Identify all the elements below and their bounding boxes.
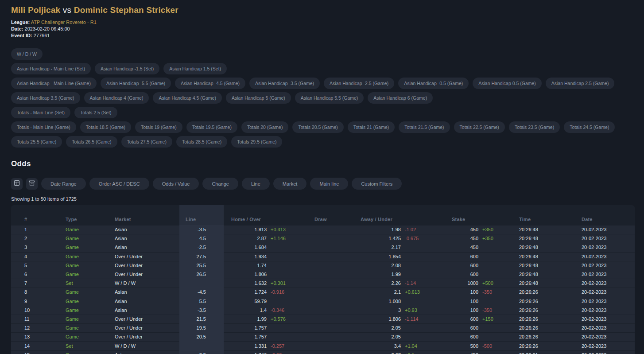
home-over-odds-change: -0.257 xyxy=(271,343,284,349)
home-over-odds: 1.632+0.301 xyxy=(224,279,312,288)
odds-table-row[interactable]: 9GameAsian-5.559.791.00810020:26:2620-02… xyxy=(11,297,635,306)
market-pill[interactable]: Totals 21.5 (Game) xyxy=(399,121,450,133)
stake-value: 450 xyxy=(450,227,478,232)
row-market: Asian xyxy=(115,306,179,315)
market-pill[interactable]: Asian Handicap - Main Line (Set) xyxy=(11,63,91,74)
market-pill[interactable]: Totals 24.5 (Game) xyxy=(564,121,615,133)
market-pill[interactable]: Asian Handicap 1.5 (Set) xyxy=(163,63,227,74)
toolbar-button-custom-filters[interactable]: Custom Filters xyxy=(352,178,402,190)
stake-value: 100 xyxy=(450,289,478,295)
odds-table-row[interactable]: 15GameAsian-3.51.746-0.082.07+0.145020:2… xyxy=(11,350,635,354)
draw-odds xyxy=(312,350,357,354)
toolbar-button-order-asc-desc[interactable]: Order ASC / DESC xyxy=(89,178,149,190)
row-number: 1 xyxy=(11,225,66,234)
market-pill[interactable]: Totals 21 (Game) xyxy=(348,121,395,133)
odds-table-row[interactable]: 12GameOver / Under19.51.7572.0560020:26:… xyxy=(11,323,635,332)
stake-change: -500 xyxy=(482,343,492,349)
odds-table-row[interactable]: 2GameAsian-4.52.87+1.1461.425-0.675450+3… xyxy=(11,234,635,243)
stake-value: 600 xyxy=(450,254,478,259)
toolbar-button-line[interactable]: Line xyxy=(242,178,270,190)
market-pill[interactable]: Asian Handicap 4.5 (Game) xyxy=(153,92,222,104)
market-pill[interactable]: Asian Handicap 0.5 (Game) xyxy=(473,78,542,89)
market-pill[interactable]: Totals 22.5 (Game) xyxy=(454,121,505,133)
market-pill[interactable]: Totals 2.5 (Set) xyxy=(74,107,117,118)
stake-change: +350 xyxy=(482,227,493,232)
odds-table-row[interactable]: 4GameOver / Under27.51.9341.85460020:26:… xyxy=(11,252,635,261)
market-pill[interactable]: W / D / W xyxy=(11,48,43,60)
row-time: 20:26:48 xyxy=(516,243,580,252)
row-time: 20:26:48 xyxy=(516,279,580,288)
odds-table-row[interactable]: 5GameOver / Under25.51.742.0860020:26:48… xyxy=(11,261,635,270)
market-pill[interactable]: Totals 19.5 (Game) xyxy=(186,121,237,133)
market-pill[interactable]: Asian Handicap -4.5 (Game) xyxy=(175,78,245,89)
market-pill[interactable]: Totals - Main Line (Game) xyxy=(11,121,76,133)
stake: 100-350 xyxy=(450,306,516,315)
home-over-odds: 2.87+1.146 xyxy=(224,234,312,243)
market-pill[interactable]: Totals 28.5 (Game) xyxy=(176,136,227,148)
row-date: 20-02-2023 xyxy=(580,332,635,341)
market-pill[interactable]: Totals 20.5 (Game) xyxy=(292,121,343,133)
market-pill[interactable]: Totals 25.5 (Game) xyxy=(11,136,62,148)
odds-table-row[interactable]: 1GameAsian-3.51.813+0.4131.98-1.02450+35… xyxy=(11,225,635,234)
market-pill[interactable]: Totals 20 (Game) xyxy=(241,121,289,133)
market-pill[interactable]: Asian Handicap 2.5 (Game) xyxy=(546,78,615,89)
row-market: Over / Under xyxy=(115,270,179,279)
odds-table-row[interactable]: 7SetW / D / W1.632+0.3012.26-1.141000+50… xyxy=(11,279,635,288)
toolbar-button-main-line[interactable]: Main line xyxy=(310,178,348,190)
market-pill[interactable]: Totals 18.5 (Game) xyxy=(80,121,131,133)
row-market: Asian xyxy=(115,225,179,234)
row-market: Over / Under xyxy=(115,315,179,323)
column-header-time: Time xyxy=(516,205,580,225)
archive-view-toggle-button[interactable] xyxy=(26,178,38,190)
stake: 600 xyxy=(450,252,516,261)
market-pill[interactable]: Asian Handicap -1.5 (Set) xyxy=(95,63,159,74)
market-pill[interactable]: Totals 27.5 (Game) xyxy=(121,136,172,148)
stake-change: -350 xyxy=(482,289,492,295)
row-date: 20-02-2023 xyxy=(580,315,635,323)
toolbar-button-odds-value[interactable]: Odds / Value xyxy=(153,178,199,190)
odds-table-row[interactable]: 10GameAsian-3.51.4-0.3463+0.93100-35020:… xyxy=(11,306,635,315)
market-pill[interactable]: Totals 29.5 (Game) xyxy=(231,136,282,148)
market-pill[interactable]: Totals 19 (Game) xyxy=(135,121,182,133)
market-pill[interactable]: Asian Handicap 5.5 (Game) xyxy=(295,92,364,104)
row-number: 11 xyxy=(11,315,66,323)
market-pill-group-0: W / D / W xyxy=(11,48,634,60)
row-date: 20-02-2023 xyxy=(580,350,635,354)
odds-table-row[interactable]: 8GameAsian-4.51.724-0.9162.1+0.613100-35… xyxy=(11,288,635,296)
market-pill[interactable]: Asian Handicap -5.5 (Game) xyxy=(101,78,171,89)
home-over-odds-change: +1.146 xyxy=(271,236,286,241)
away-under-odds: 2.05 xyxy=(357,332,450,341)
odds-table-row[interactable]: 6GameOver / Under26.51.8061.9960020:26:4… xyxy=(11,270,635,279)
market-pill[interactable]: Totals 23.5 (Game) xyxy=(509,121,560,133)
draw-odds xyxy=(312,332,357,341)
row-date: 20-02-2023 xyxy=(580,323,635,332)
row-market: Over / Under xyxy=(115,332,179,341)
odds-table-row[interactable]: 3GameAsian-2.51.6842.1745020:26:4820-02-… xyxy=(11,243,635,252)
market-pill[interactable]: Asian Handicap -0.5 (Game) xyxy=(398,78,469,89)
market-pill[interactable]: Asian Handicap 3.5 (Game) xyxy=(11,92,80,104)
market-pill[interactable]: Asian Handicap - Main Line (Game) xyxy=(11,78,97,89)
column-header-: # xyxy=(11,205,66,225)
toolbar-button-change[interactable]: Change xyxy=(202,178,238,190)
toolbar-button-market[interactable]: Market xyxy=(273,178,307,190)
odds-table-row[interactable]: 11GameOver / Under21.51.99+0.5761.806-1.… xyxy=(11,315,635,323)
row-date: 20-02-2023 xyxy=(580,225,635,234)
odds-table-row[interactable]: 13GameOver / Under20.51.7572.0560020:26:… xyxy=(11,332,635,341)
market-pill[interactable]: Totals 26.5 (Game) xyxy=(66,136,117,148)
odds-table-row[interactable]: 14SetW / D / W1.331-0.2573.4+1.04500-500… xyxy=(11,341,635,350)
market-pill[interactable]: Asian Handicap -2.5 (Game) xyxy=(324,78,394,89)
row-line: -3.5 xyxy=(179,225,224,234)
row-market: Over / Under xyxy=(115,323,179,332)
toolbar-button-date-range[interactable]: Date Range xyxy=(41,178,86,190)
market-pill[interactable]: Asian Handicap -3.5 (Game) xyxy=(249,78,320,89)
stake-value: 450 xyxy=(450,245,478,250)
row-type: Game xyxy=(66,315,115,323)
table-view-toggle-button[interactable] xyxy=(11,178,23,190)
market-pill[interactable]: Totals - Main Line (Set) xyxy=(11,107,70,118)
row-date: 20-02-2023 xyxy=(580,252,635,261)
market-pill[interactable]: Asian Handicap 6 (Game) xyxy=(368,92,433,104)
away-under-odds: 1.854 xyxy=(357,252,450,261)
market-pill[interactable]: Asian Handicap 5 (Game) xyxy=(226,92,291,104)
away-under-odds: 3.4+1.04 xyxy=(357,341,450,350)
market-pill[interactable]: Asian Handicap 4 (Game) xyxy=(84,92,149,104)
